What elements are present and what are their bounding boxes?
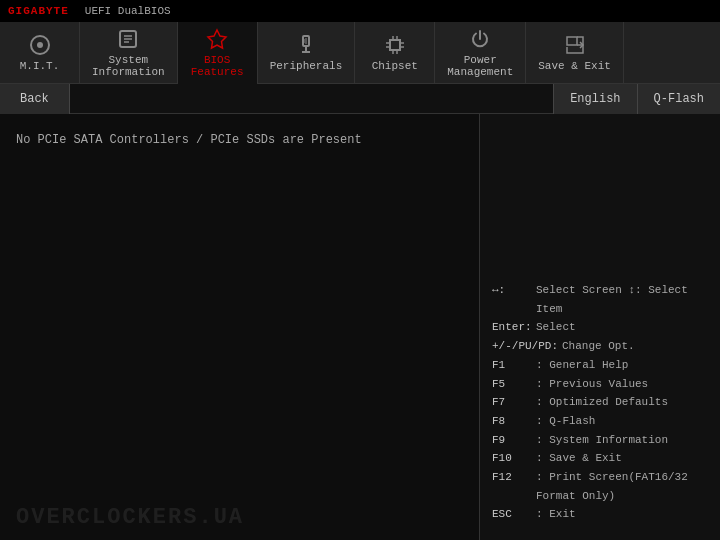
- help-text: ↔:Select Screen ↕: Select ItemEnter:Sele…: [492, 281, 708, 524]
- help-desc: : General Help: [536, 356, 628, 375]
- help-key: F10: [492, 449, 532, 468]
- right-panel: ↔:Select Screen ↕: Select ItemEnter:Sele…: [480, 114, 720, 540]
- help-desc: Select Screen ↕: Select Item: [536, 281, 708, 318]
- svg-rect-12: [390, 40, 400, 50]
- help-key: F12: [492, 468, 532, 505]
- toolbar: Back English Q-Flash: [0, 84, 720, 114]
- nav-bios-features-label: BIOSFeatures: [191, 54, 244, 78]
- title-bar: GIGABYTE UEFI DualBIOS: [0, 0, 720, 22]
- nav-system-info-label: SystemInformation: [92, 54, 165, 78]
- uefi-label: UEFI DualBIOS: [85, 5, 171, 17]
- main-message: No PCIe SATA Controllers / PCIe SSDs are…: [16, 133, 362, 147]
- help-desc: : Q-Flash: [536, 412, 595, 431]
- help-desc: : Previous Values: [536, 375, 648, 394]
- help-key: ESC: [492, 505, 532, 524]
- help-row: F8: Q-Flash: [492, 412, 708, 431]
- help-key: F8: [492, 412, 532, 431]
- svg-marker-6: [208, 30, 226, 48]
- save-exit-icon: [564, 34, 586, 56]
- nav-mit-label: M.I.T.: [20, 60, 60, 72]
- language-button[interactable]: English: [553, 84, 636, 114]
- mit-icon: [29, 34, 51, 56]
- help-row: ESC: Exit: [492, 505, 708, 524]
- nav-chipset[interactable]: Chipset: [355, 22, 435, 84]
- nav-bar: M.I.T. SystemInformation BIOSFeatures: [0, 22, 720, 84]
- help-row: F12: Print Screen(FAT16/32 Format Only): [492, 468, 708, 505]
- help-row: F7: Optimized Defaults: [492, 393, 708, 412]
- system-info-icon: [117, 28, 139, 50]
- nav-bios-features[interactable]: BIOSFeatures: [178, 22, 258, 84]
- help-key: F5: [492, 375, 532, 394]
- bios-features-icon: [206, 28, 228, 50]
- help-desc: : System Information: [536, 431, 668, 450]
- nav-peripherals[interactable]: Peripherals: [258, 22, 356, 84]
- svg-point-1: [37, 42, 43, 48]
- chipset-icon: [384, 34, 406, 56]
- back-button[interactable]: Back: [0, 84, 70, 114]
- help-row: Enter:Select: [492, 318, 708, 337]
- help-desc: Select: [536, 318, 576, 337]
- help-key: F9: [492, 431, 532, 450]
- nav-power-mgmt[interactable]: PowerManagement: [435, 22, 526, 84]
- help-row: F9: System Information: [492, 431, 708, 450]
- peripherals-icon: [295, 34, 317, 56]
- power-mgmt-icon: [469, 28, 491, 50]
- nav-chipset-label: Chipset: [372, 60, 418, 72]
- help-row: ↔:Select Screen ↕: Select Item: [492, 281, 708, 318]
- help-row: F5: Previous Values: [492, 375, 708, 394]
- help-key: ↔:: [492, 281, 532, 318]
- svg-rect-21: [567, 37, 577, 45]
- main-content: No PCIe SATA Controllers / PCIe SSDs are…: [0, 114, 720, 540]
- help-desc: Change Opt.: [562, 337, 635, 356]
- nav-system-info[interactable]: SystemInformation: [80, 22, 178, 84]
- nav-mit[interactable]: M.I.T.: [0, 22, 80, 84]
- nav-save-exit-label: Save & Exit: [538, 60, 611, 72]
- nav-peripherals-label: Peripherals: [270, 60, 343, 72]
- help-row: +/-/PU/PD:Change Opt.: [492, 337, 708, 356]
- nav-power-mgmt-label: PowerManagement: [447, 54, 513, 78]
- help-desc: : Optimized Defaults: [536, 393, 668, 412]
- left-panel: No PCIe SATA Controllers / PCIe SSDs are…: [0, 114, 480, 540]
- help-row: F10: Save & Exit: [492, 449, 708, 468]
- qflash-button[interactable]: Q-Flash: [637, 84, 720, 114]
- nav-save-exit[interactable]: Save & Exit: [526, 22, 624, 84]
- help-desc: : Exit: [536, 505, 576, 524]
- help-row: F1: General Help: [492, 356, 708, 375]
- help-key: Enter:: [492, 318, 532, 337]
- help-key: F1: [492, 356, 532, 375]
- help-key: F7: [492, 393, 532, 412]
- help-desc: : Save & Exit: [536, 449, 622, 468]
- help-desc: : Print Screen(FAT16/32 Format Only): [536, 468, 708, 505]
- help-key: +/-/PU/PD:: [492, 337, 558, 356]
- gigabyte-logo: GIGABYTE: [8, 5, 69, 17]
